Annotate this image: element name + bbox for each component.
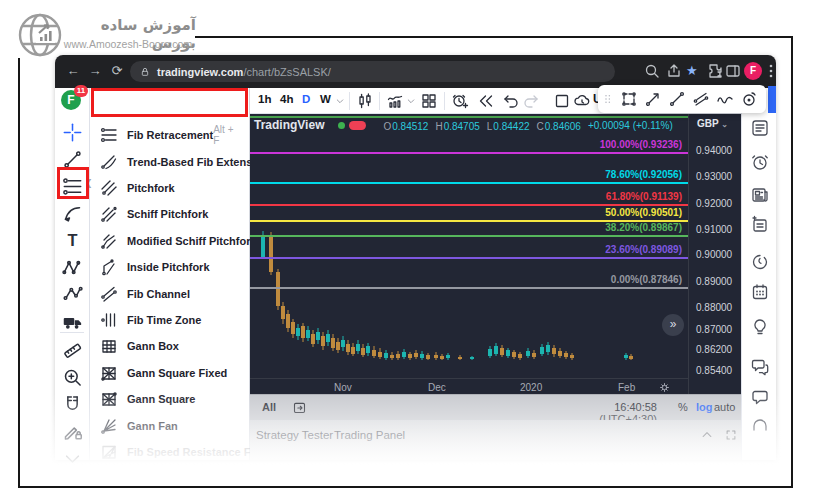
fib-level-line-0-00pct[interactable]: [250, 287, 688, 289]
percent-scale-button[interactable]: %: [678, 401, 688, 413]
select-rectangle-icon[interactable]: [620, 90, 638, 108]
cloud-save-icon[interactable]: [573, 92, 591, 110]
menu-item-inside-pitchfork[interactable]: Inside Pitchfork: [90, 254, 250, 280]
snapshot-square-icon[interactable]: [553, 92, 571, 110]
target-circle-icon[interactable]: [740, 90, 758, 108]
interval-w-button[interactable]: W: [320, 93, 331, 105]
drag-handle-icon[interactable]: [602, 90, 614, 108]
bookmark-star-icon[interactable]: ★: [686, 62, 704, 80]
search-icon[interactable]: [643, 62, 661, 80]
browser-forward-button[interactable]: →: [87, 63, 103, 79]
trend-arrow-icon[interactable]: [644, 90, 662, 108]
interval-1h-button[interactable]: 1h: [258, 93, 271, 105]
indicators-chevron-icon[interactable]: [406, 92, 416, 110]
publish-button-sliver[interactable]: [768, 86, 776, 113]
browser-reload-button[interactable]: ⟳: [109, 63, 125, 79]
brush-squiggle-icon[interactable]: [716, 90, 734, 108]
fib-level-line-61-80pct[interactable]: [250, 204, 688, 206]
log-scale-button[interactable]: log: [696, 401, 713, 413]
ideas-icon[interactable]: [750, 317, 770, 337]
currency-label[interactable]: GBP: [697, 118, 719, 129]
tab-strategy-tester[interactable]: Strategy Tester: [256, 429, 333, 441]
support-icon[interactable]: [750, 413, 770, 433]
price-axis[interactable]: GBP ⌄ 0.940000.930000.920000.910000.9000…: [688, 114, 741, 394]
crosshair-tool-icon[interactable]: [62, 122, 83, 143]
xabcd-pattern-tool-icon[interactable]: [62, 257, 83, 278]
hotlist-icon[interactable]: [750, 252, 770, 272]
menu-item-schiff-pitchfork[interactable]: Schiff Pitchfork: [90, 201, 250, 227]
alerts-icon[interactable]: [750, 152, 770, 172]
fib-level-line-78-60pct[interactable]: [250, 182, 688, 184]
currency-chevron-icon[interactable]: ⌄: [721, 120, 728, 129]
watchlist-icon[interactable]: [750, 118, 770, 138]
menu-item-gann-square-fixed[interactable]: Gann Square Fixed: [90, 360, 250, 386]
text-tool-icon[interactable]: T: [62, 230, 83, 251]
lock-drawings-tool-icon[interactable]: [62, 421, 83, 442]
menu-item-fib-speed-resistance-fan[interactable]: Fib Speed Resistance Fan: [90, 439, 250, 465]
range-all-button[interactable]: All: [262, 401, 276, 413]
chart-top-toolbar: 1h4hDW U: [250, 88, 776, 114]
tab-trading-panel[interactable]: Trading Panel: [334, 429, 405, 441]
menu-item-fib-channel[interactable]: Fib Channel: [90, 280, 250, 306]
address-bar[interactable]: tradingview.com/chart/bZsSALSK/: [130, 61, 615, 82]
measure-tool-icon[interactable]: [62, 340, 83, 361]
brush-tool-icon[interactable]: [62, 203, 83, 224]
fib-level-line-100-00pct[interactable]: [250, 152, 688, 154]
brand-site-url: www.Amoozesh-Boors.com: [60, 38, 196, 50]
chart-style-icon[interactable]: [356, 92, 374, 110]
prediction-tool-icon[interactable]: [62, 284, 83, 305]
menu-item-pitchfork[interactable]: Pitchfork: [90, 175, 250, 201]
time-axis[interactable]: NovDec2020Feb: [250, 378, 688, 394]
bar-replay-icon[interactable]: [477, 92, 495, 110]
alert-plus-icon[interactable]: [451, 92, 469, 110]
news-icon[interactable]: [750, 185, 770, 205]
undo-icon[interactable]: [501, 92, 519, 110]
extensions-puzzle-icon[interactable]: [706, 62, 724, 80]
menu-item-gann-box[interactable]: Gann Box: [90, 333, 250, 359]
magnet-tool-icon[interactable]: [62, 394, 83, 415]
panel-chevron-up-icon[interactable]: [700, 428, 714, 442]
indicators-icon[interactable]: [386, 92, 404, 110]
share-icon[interactable]: [665, 62, 683, 80]
gann-square-icon: [100, 390, 118, 408]
redo-icon[interactable]: [523, 92, 541, 110]
fib-level-line-38-20pct[interactable]: [250, 235, 688, 237]
fib-level-line-23-60pct[interactable]: [250, 257, 688, 259]
menu-item-fib-time-zone[interactable]: Fib Time Zone: [90, 307, 250, 333]
chart-pane[interactable]: TradingView O0.84512H0.84705L0.84422C0.8…: [250, 114, 688, 394]
interval-chevron-icon[interactable]: [335, 92, 345, 110]
more-tools-chevron-icon[interactable]: [62, 448, 83, 469]
public-chat-icon[interactable]: [750, 357, 770, 377]
menu-item-gann-fan[interactable]: Gann Fan: [90, 412, 250, 438]
floating-drawing-toolbar[interactable]: [598, 85, 766, 113]
parallel-channel-icon[interactable]: [692, 90, 710, 108]
profile-avatar[interactable]: F: [744, 62, 762, 80]
menu-item-gann-square[interactable]: Gann Square: [90, 386, 250, 412]
panel-maximize-icon[interactable]: [724, 428, 738, 442]
zoom-in-tool-icon[interactable]: [62, 367, 83, 388]
truck-icon[interactable]: [62, 311, 83, 332]
menu-item-trend-based-fib-extension[interactable]: Trend-Based Fib Extension: [90, 148, 250, 174]
menu-item-modified-schiff-pitchfork[interactable]: Modified Schiff Pitchfork: [90, 228, 250, 254]
private-chat-icon[interactable]: [750, 387, 770, 407]
browser-menu-icon[interactable]: [762, 62, 780, 80]
layout-grid-icon[interactable]: [420, 92, 438, 110]
price-tick: 0.90000: [696, 249, 732, 260]
side-panel-icon[interactable]: [724, 62, 742, 80]
browser-back-button[interactable]: ←: [65, 63, 81, 79]
go-to-date-icon[interactable]: [292, 400, 307, 415]
menu-item-label: Fib Retracement: [127, 129, 213, 141]
fib-level-label: 100.00%(0.93236): [482, 139, 682, 150]
fib-speed-resistance-fan-icon: [100, 443, 118, 461]
auto-scale-button[interactable]: auto: [714, 401, 735, 413]
interval-4h-button[interactable]: 4h: [280, 93, 293, 105]
fib-level-label: 38.20%(0.89867): [482, 222, 682, 233]
notes-icon[interactable]: [750, 215, 770, 235]
interval-d-button[interactable]: D: [302, 93, 310, 105]
menu-item-label: Gann Box: [127, 340, 179, 352]
time-axis-settings-gear-icon[interactable]: [658, 381, 671, 394]
calendar-icon[interactable]: [750, 282, 770, 302]
trend-line-icon[interactable]: [668, 90, 686, 108]
menu-item-fib-retracement[interactable]: Fib RetracementAlt + F: [90, 122, 250, 148]
scroll-to-latest-button[interactable]: »: [662, 314, 684, 336]
